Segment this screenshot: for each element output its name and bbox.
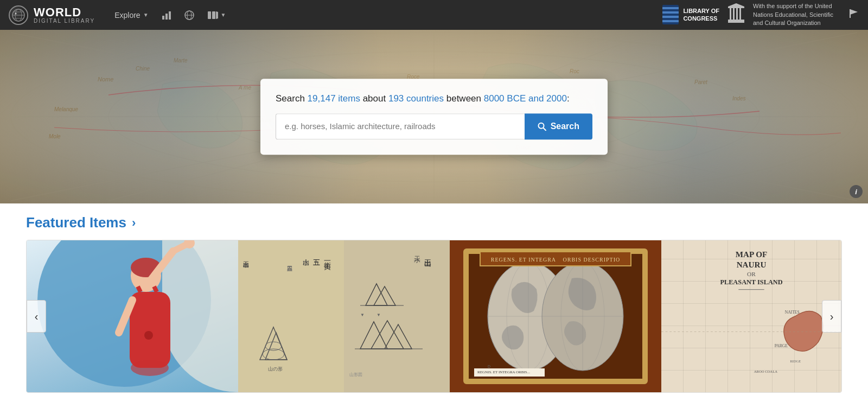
svg-text:▼: ▼ bbox=[360, 313, 365, 317]
search-button[interactable]: Search bbox=[525, 113, 592, 139]
featured-title: Featured Items bbox=[26, 214, 126, 231]
loc-stripe-icon bbox=[662, 5, 679, 24]
support-text: With the support of the United Nations E… bbox=[753, 2, 840, 27]
svg-text:山水: 山水 bbox=[303, 259, 309, 266]
search-years-range: 8000 BCE and 2000 bbox=[484, 93, 567, 104]
carousel-item-japanese-right[interactable]: 出山三 水二 ▼ ▼ bbox=[344, 240, 450, 392]
loc-text: LIBRARY OFCONGRESS bbox=[683, 7, 719, 23]
svg-marker-69 bbox=[260, 327, 287, 360]
books-chevron-icon: ▼ bbox=[221, 12, 226, 18]
svg-line-61 bbox=[154, 286, 157, 292]
carousel-item-nauru-map[interactable]: MAP OF NAURU OR PLEASANT ISLAND NAITES bbox=[661, 240, 841, 392]
svg-text:PLEASANT ISLAND: PLEASANT ISLAND bbox=[720, 278, 782, 286]
svg-rect-20 bbox=[728, 7, 744, 8]
svg-line-53 bbox=[543, 127, 546, 130]
svg-point-63 bbox=[144, 331, 153, 340]
svg-rect-17 bbox=[733, 8, 735, 20]
next-arrow-icon: › bbox=[830, 310, 834, 323]
svg-text:山形図: 山形図 bbox=[349, 372, 362, 377]
svg-text:MAP OF: MAP OF bbox=[736, 250, 768, 259]
svg-text:二三四五: 二三四五 bbox=[287, 266, 292, 271]
unesco-pillar-icon bbox=[728, 3, 744, 26]
nav-explore[interactable]: Explore ▼ bbox=[108, 0, 155, 30]
search-input[interactable] bbox=[276, 113, 525, 139]
carousel: ‹ bbox=[26, 240, 842, 393]
carousel-item-japanese-left[interactable]: 美術一 三五 山水 山の形 出山水三 二三四五 bbox=[238, 240, 344, 392]
svg-text:AROO COALA: AROO COALA bbox=[754, 369, 777, 373]
search-items-count: 19,147 items bbox=[308, 93, 360, 104]
prev-arrow-icon: ‹ bbox=[35, 310, 39, 323]
logo-digital: DIGITAL LIBRARY bbox=[34, 18, 95, 24]
logo-text: WORLD DIGITAL LIBRARY bbox=[34, 7, 95, 24]
svg-line-60 bbox=[138, 286, 141, 292]
nav-statistics[interactable] bbox=[155, 0, 178, 30]
svg-text:出山三: 出山三 bbox=[425, 259, 432, 267]
svg-rect-8 bbox=[169, 11, 171, 20]
svg-rect-18 bbox=[736, 8, 738, 20]
carousel-next-button[interactable]: › bbox=[822, 300, 841, 333]
explore-chevron-icon: ▼ bbox=[143, 12, 149, 18]
search-row: Search bbox=[276, 113, 592, 139]
svg-marker-78 bbox=[374, 286, 395, 305]
search-countries-count: 193 countries bbox=[388, 93, 444, 104]
svg-text:OR: OR bbox=[747, 271, 756, 277]
featured-section: Featured Items › ‹ bbox=[0, 203, 868, 393]
svg-marker-24 bbox=[850, 9, 858, 15]
search-button-label: Search bbox=[551, 122, 579, 131]
loc-logo[interactable]: LIBRARY OFCONGRESS bbox=[662, 5, 719, 24]
svg-text:山の形: 山の形 bbox=[268, 366, 283, 372]
hero-section: Nome Chine Marte Melanque Mole A me A mc… bbox=[0, 30, 868, 203]
globe-nav-icon bbox=[184, 10, 194, 20]
featured-header: Featured Items › bbox=[26, 214, 842, 231]
featured-arrow-icon[interactable]: › bbox=[132, 216, 136, 230]
svg-text:RIDGE: RIDGE bbox=[790, 359, 801, 363]
search-icon bbox=[538, 122, 546, 131]
svg-point-71 bbox=[265, 342, 282, 350]
search-container: Search 19,147 items about 193 countries … bbox=[260, 79, 608, 155]
svg-rect-6 bbox=[162, 16, 164, 20]
svg-rect-15 bbox=[728, 20, 744, 22]
svg-text:PARGE: PARGE bbox=[775, 343, 788, 348]
svg-rect-13 bbox=[212, 11, 215, 19]
svg-rect-22 bbox=[728, 22, 744, 23]
svg-text:三五: 三五 bbox=[314, 259, 321, 265]
svg-rect-59 bbox=[130, 292, 170, 368]
bar-chart-icon bbox=[162, 10, 171, 20]
svg-marker-21 bbox=[728, 3, 744, 7]
navbar: WORLD DIGITAL LIBRARY Explore ▼ ▼ bbox=[0, 0, 868, 30]
carousel-track: 美術一 三五 山水 山の形 出山水三 二三四五 bbox=[27, 240, 841, 392]
logo-world: WORLD bbox=[34, 7, 95, 18]
nav-globe[interactable] bbox=[178, 0, 201, 30]
carousel-item-globe-map[interactable]: REGENS. ET INTEGRA ORBIS DESCRIPTIO bbox=[450, 240, 661, 392]
svg-rect-16 bbox=[730, 8, 731, 20]
svg-text:▼: ▼ bbox=[376, 313, 381, 317]
svg-marker-14 bbox=[216, 11, 218, 19]
nav-explore-label: Explore bbox=[114, 11, 140, 20]
carousel-prev-button[interactable]: ‹ bbox=[27, 300, 46, 333]
nav-books[interactable]: ▼ bbox=[201, 0, 233, 30]
svg-point-5 bbox=[15, 12, 17, 14]
search-tagline: Search 19,147 items about 193 countries … bbox=[276, 92, 592, 106]
svg-rect-12 bbox=[208, 11, 211, 19]
svg-text:出山水三: 出山水三 bbox=[244, 261, 250, 268]
svg-text:NAITES: NAITES bbox=[785, 310, 800, 315]
logo-globe-icon bbox=[9, 5, 28, 25]
svg-rect-7 bbox=[165, 14, 168, 20]
nav-right: LIBRARY OFCONGRESS With the support of t… bbox=[662, 2, 859, 27]
svg-text:水二: 水二 bbox=[414, 256, 420, 263]
site-logo[interactable]: WORLD DIGITAL LIBRARY bbox=[9, 5, 95, 25]
svg-rect-19 bbox=[739, 8, 741, 20]
books-icon bbox=[207, 10, 218, 20]
info-button[interactable]: i bbox=[850, 185, 863, 198]
svg-text:美術一: 美術一 bbox=[324, 260, 331, 270]
carousel-item-swimmer[interactable] bbox=[27, 240, 238, 392]
svg-point-64 bbox=[131, 360, 169, 376]
svg-text:NAURU: NAURU bbox=[737, 260, 767, 269]
svg-marker-82 bbox=[385, 324, 412, 349]
flag-icon[interactable] bbox=[848, 8, 859, 22]
